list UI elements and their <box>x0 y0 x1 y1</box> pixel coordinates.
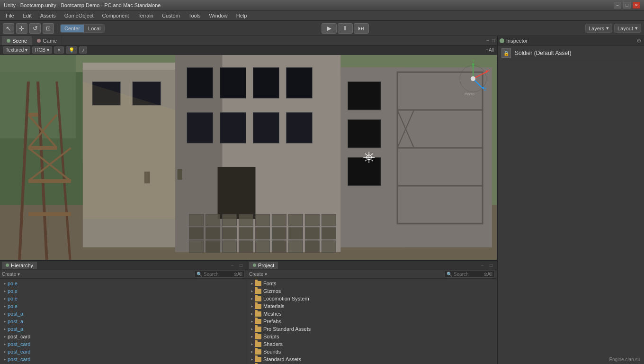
svg-rect-30 <box>286 112 312 143</box>
project-search-input[interactable] <box>454 272 482 277</box>
svg-rect-49 <box>305 214 319 226</box>
tree-arrow: ▸ <box>249 303 255 309</box>
project-create-btn[interactable]: Create ▾ <box>249 272 267 277</box>
window-controls[interactable]: − □ ✕ <box>614 2 640 9</box>
list-item[interactable]: ▸ Prefabs <box>247 318 497 325</box>
toolbar-move-tool[interactable]: ✛ <box>16 23 27 34</box>
step-button[interactable]: ⏭ <box>354 23 369 34</box>
list-item[interactable]: ▸ Fonts <box>247 280 497 287</box>
list-item[interactable]: ▸ pole <box>0 302 247 310</box>
close-button[interactable]: ✕ <box>633 2 640 9</box>
inspector-settings-icon[interactable]: ⚙ <box>635 37 642 44</box>
list-item[interactable]: ▸ post_a <box>0 325 247 333</box>
list-item[interactable]: ▸ Pro Standard Assets <box>247 325 497 333</box>
hierarchy-search[interactable]: 🔍 ⊙All <box>194 271 245 278</box>
sound-button[interactable]: ♪ <box>79 46 87 54</box>
menu-window[interactable]: Window <box>206 12 232 19</box>
menu-help[interactable]: Help <box>233 12 251 19</box>
menu-custom[interactable]: Custom <box>158 12 184 19</box>
svg-rect-23 <box>187 67 213 98</box>
list-item[interactable]: ▸ pole <box>0 287 247 295</box>
layout-label: Layout <box>617 26 633 31</box>
list-item[interactable]: ▸ post_a <box>0 318 247 325</box>
pivot-local-button[interactable]: Local <box>84 25 104 32</box>
svg-rect-40 <box>348 119 381 148</box>
pause-button[interactable]: ⏸ <box>338 23 353 34</box>
svg-rect-28 <box>220 112 246 143</box>
tab-scene[interactable]: Scene <box>2 36 32 45</box>
layout-dropdown[interactable]: Layout ▾ <box>614 24 641 33</box>
folder-icon <box>255 349 261 355</box>
folder-icon <box>255 289 261 294</box>
list-item[interactable]: ▸ post_card <box>0 348 247 355</box>
hierarchy-create-btn[interactable]: Create ▾ <box>2 272 20 277</box>
menu-terrain[interactable]: Terrain <box>134 12 157 19</box>
menu-component[interactable]: Component <box>98 12 133 19</box>
scene-tab-expand[interactable]: □ <box>492 38 495 43</box>
svg-rect-29 <box>253 112 279 143</box>
tree-arrow: ▸ <box>249 311 255 317</box>
svg-rect-25 <box>253 67 279 98</box>
list-item[interactable]: ▸ post_card <box>0 340 247 348</box>
hierarchy-search-input[interactable] <box>204 272 232 277</box>
color-dropdown[interactable]: RGB ▾ <box>32 46 52 54</box>
asset-icon: 🔒 <box>501 48 511 58</box>
project-tab-bar: Project − □ <box>247 261 497 270</box>
list-item[interactable]: ▸ Shaders <box>247 340 497 348</box>
project-minimize-btn[interactable]: − <box>479 262 486 269</box>
scene-canvas[interactable]: Y X Z Persp <box>0 55 497 260</box>
play-button[interactable]: ▶ <box>322 23 337 34</box>
list-item[interactable]: ▸ post_card <box>0 355 247 363</box>
list-item[interactable]: ▸ Locomotion System <box>247 295 497 302</box>
layers-dropdown[interactable]: Layers ▾ <box>585 24 612 33</box>
hierarchy-expand-btn[interactable]: □ <box>237 262 245 269</box>
pivot-center-button[interactable]: Center <box>61 25 84 32</box>
svg-rect-53 <box>223 228 237 239</box>
menu-edit[interactable]: Edit <box>19 12 36 19</box>
list-item[interactable]: ▸ Meshes <box>247 310 497 318</box>
list-item[interactable]: ▸ post_a <box>0 310 247 318</box>
inspector-header: Inspector ⚙ <box>498 36 644 46</box>
list-item[interactable]: ▸ post_card <box>0 333 247 340</box>
menu-file[interactable]: File <box>2 12 18 19</box>
toolbar-rotate-tool[interactable]: ↺ <box>29 23 41 34</box>
inspector-title: Inspector <box>506 38 528 44</box>
tab-hierarchy[interactable]: Hierarchy <box>2 262 37 269</box>
hierarchy-tab-icon <box>6 264 9 267</box>
list-item[interactable]: ▸ Sounds <box>247 348 497 355</box>
maximize-button[interactable]: □ <box>623 2 631 9</box>
transform-gizmo: Y X Z Persp <box>454 60 492 98</box>
bottom-panels: Hierarchy − □ Create ▾ 🔍 ⊙All <box>0 260 497 364</box>
list-item[interactable]: ▸ Scripts <box>247 333 497 340</box>
project-panel-controls: − □ <box>479 262 495 269</box>
project-search[interactable]: 🔍 ⊙All <box>444 271 495 278</box>
light-button[interactable]: 💡 <box>66 46 77 54</box>
toolbar-hand-tool[interactable]: ↖ <box>3 23 14 34</box>
project-expand-btn[interactable]: □ <box>487 262 495 269</box>
transform-pivot-group[interactable]: Center Local <box>60 24 105 33</box>
toolbar-scale-tool[interactable]: ⊡ <box>43 23 54 34</box>
svg-rect-59 <box>322 228 336 239</box>
scene-3d-view <box>0 55 497 260</box>
project-panel: Project − □ Create ▾ 🔍 ⊙All <box>247 261 497 364</box>
list-item[interactable]: ▸ pole <box>0 295 247 302</box>
list-item[interactable]: ▸ Materials <box>247 302 497 310</box>
list-item[interactable]: ▸ Standard Assets <box>247 355 497 363</box>
list-item[interactable]: ▸ pole <box>0 280 247 287</box>
menu-tools[interactable]: Tools <box>185 12 205 19</box>
minimize-button[interactable]: − <box>614 2 621 9</box>
folder-label: Locomotion System <box>263 296 309 301</box>
tab-project[interactable]: Project <box>249 262 278 269</box>
menu-gameobject[interactable]: GameObject <box>61 12 98 19</box>
folder-label: Fonts <box>263 281 277 286</box>
tab-game[interactable]: Game <box>32 36 62 45</box>
tree-item-label: post_a <box>8 311 23 317</box>
scene-tab-minimize[interactable]: − <box>486 38 489 43</box>
tree-arrow: ▸ <box>2 296 8 301</box>
menu-assets[interactable]: Assets <box>36 12 60 19</box>
shading-dropdown[interactable]: Textured ▾ <box>3 46 30 54</box>
hierarchy-minimize-btn[interactable]: − <box>229 262 236 269</box>
list-item[interactable]: ▸ Gizmos <box>247 287 497 295</box>
folder-label: Materials <box>263 303 285 309</box>
sun-button[interactable]: ☀ <box>54 46 64 54</box>
